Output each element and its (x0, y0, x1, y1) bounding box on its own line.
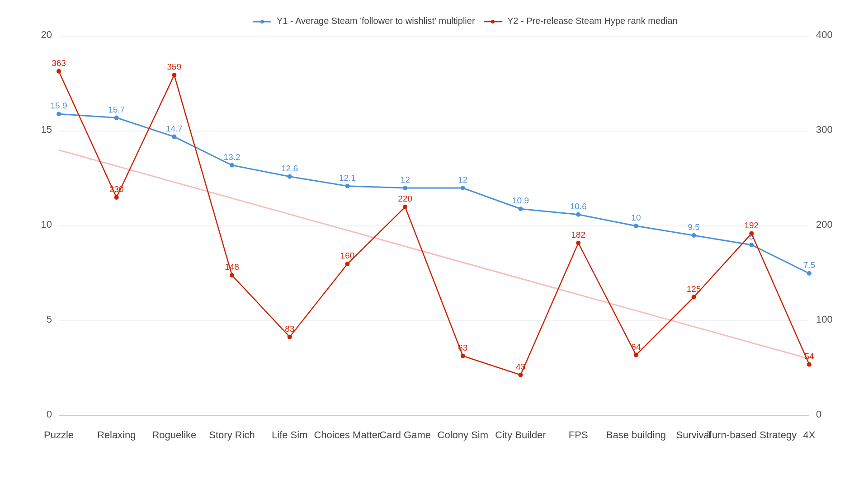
y2-label: 148 (225, 262, 239, 272)
y2-label: 43 (516, 362, 525, 371)
chart-container: 005100102001530020400PuzzleRelaxingRogue… (0, 0, 868, 488)
y2-point (172, 73, 176, 77)
y1-label: 12.6 (281, 164, 298, 173)
y2-label: 160 (340, 251, 355, 260)
y1-label: 10.6 (570, 202, 587, 211)
chart-svg: 005100102001530020400PuzzleRelaxingRogue… (0, 0, 868, 488)
y2-label: 192 (744, 221, 759, 230)
legend-y1-label: Y1 - Average Steam 'follower to wishlist… (277, 16, 475, 26)
x-axis-label: Turn-based Strategy (706, 429, 797, 441)
y1-label: 12.1 (339, 173, 356, 183)
y1-tick-label: 20 (41, 29, 52, 40)
y2-label: 230 (109, 184, 124, 194)
y1-tick-label: 5 (47, 314, 52, 325)
y1-tick-label: 0 (47, 408, 52, 420)
y2-point (807, 362, 811, 367)
y1-label: 15.7 (108, 105, 125, 114)
x-axis-label: Base building (606, 429, 666, 441)
y1-point (114, 116, 119, 120)
y2-label: 83 (285, 324, 294, 333)
y2-label: 220 (398, 194, 412, 203)
y1-label: 12 (458, 175, 467, 184)
y2-label: 63 (458, 343, 467, 352)
y2-tick-label: 400 (816, 29, 833, 40)
svg-point-10 (491, 20, 495, 23)
x-axis-label: FPS (569, 429, 588, 441)
y1-point (403, 186, 407, 190)
x-axis-label: Life Sim (272, 429, 307, 441)
y2-point (57, 69, 61, 74)
x-axis-label: Puzzle (44, 429, 74, 441)
y2-label: 359 (167, 62, 182, 71)
y1-point (230, 163, 234, 168)
y1-label: 10 (631, 213, 641, 222)
y1-point (807, 271, 811, 276)
y2-tick-label: 300 (816, 124, 833, 135)
y2-label: 64 (631, 342, 641, 352)
y1-point (576, 212, 580, 217)
y1-tick-label: 10 (41, 219, 52, 230)
y2-point (692, 295, 696, 300)
y2-tick-label: 100 (816, 314, 833, 325)
y2-point (114, 195, 119, 200)
y2-label: 182 (571, 230, 585, 239)
y1-point (288, 174, 292, 179)
y2-point (519, 373, 523, 377)
y1-point (519, 206, 523, 211)
y1-point (692, 233, 696, 238)
x-axis-label: Relaxing (97, 429, 136, 441)
x-axis-label: Card Game (379, 429, 431, 441)
y2-label: 125 (687, 284, 701, 294)
y2-point (345, 262, 349, 266)
y1-point (172, 135, 176, 139)
y2-point (634, 353, 638, 357)
legend-y2-label: Y2 - Pre-release Steam Hype rank median (507, 16, 678, 26)
x-axis-label: City Builder (495, 429, 546, 441)
y1-point (345, 184, 349, 188)
y2-label: 54 (804, 352, 814, 361)
y2-point (576, 241, 580, 245)
y2-point (403, 205, 407, 209)
y2-label: 363 (52, 58, 66, 68)
y1-tick-label: 15 (41, 124, 52, 135)
x-axis-label: Colony Sim (438, 429, 488, 441)
y1-label: 12 (401, 175, 410, 184)
y2-point (288, 335, 292, 339)
svg-rect-0 (0, 0, 868, 488)
y1-label: 13.2 (224, 152, 241, 162)
y1-label: 9.5 (688, 222, 699, 232)
y1-label: 15.9 (51, 101, 67, 110)
y1-label: 10.9 (512, 196, 529, 205)
y2-point (230, 273, 234, 277)
y1-point (461, 186, 465, 190)
svg-point-8 (260, 20, 264, 23)
y2-point (461, 354, 465, 358)
y1-label: 7.5 (803, 260, 815, 270)
x-axis-label: Choices Matter (314, 429, 381, 441)
x-axis-label: Roguelike (152, 429, 196, 441)
x-axis-label: 4X (803, 429, 816, 441)
y2-tick-label: 200 (816, 219, 833, 230)
x-axis-label: Story Rich (209, 429, 255, 441)
y2-point (749, 231, 754, 236)
y1-point (634, 224, 638, 228)
y2-tick-label: 0 (816, 408, 821, 420)
y1-point (749, 243, 754, 247)
y1-point (57, 112, 61, 116)
y1-label: 14.7 (166, 124, 183, 133)
